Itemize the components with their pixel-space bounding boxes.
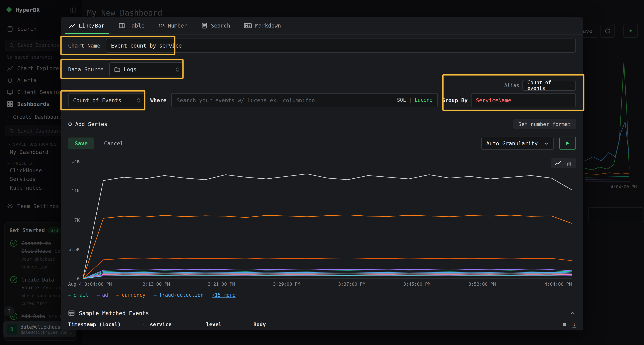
svg-text:0: 0 — [77, 276, 80, 281]
circle-plus-icon: ⊕ — [68, 120, 72, 128]
legend-item-email[interactable]: — email — [68, 292, 88, 298]
chart-legend: — email — ad — currency — fraud-detectio… — [61, 292, 583, 298]
chart-type-tabs: Line/Bar Table 123 Number Search — [61, 17, 583, 34]
series-editor-row: Count of Events Where Search your events… — [61, 80, 583, 107]
markdown-icon — [244, 22, 252, 28]
tab-table[interactable]: Table — [118, 17, 144, 34]
column-separator: ⋮ — [198, 322, 202, 327]
alias-value: Count of events — [527, 79, 571, 91]
line-display-icon[interactable] — [555, 160, 561, 166]
aggregation-select[interactable]: Count of Events — [68, 93, 146, 107]
legend-label: fraud-detection — [159, 292, 204, 298]
table-icon — [118, 22, 125, 28]
chart-display-toggle[interactable] — [551, 158, 576, 168]
chart-name-label: Chart Name — [68, 42, 100, 49]
download-icon[interactable]: ↓ — [572, 322, 576, 328]
tab-label: Search — [211, 22, 230, 28]
number-123-icon: 123 — [158, 23, 164, 28]
svg-text:3:53:00 PM: 3:53:00 PM — [468, 282, 496, 287]
save-chart-button[interactable]: Save — [68, 137, 94, 149]
run-query-button[interactable] — [560, 137, 576, 150]
legend-label: ad — [102, 292, 108, 298]
tab-label: Line/Bar — [79, 22, 105, 28]
chevron-down-icon — [544, 141, 549, 145]
column-timestamp[interactable]: Timestamp (Local) — [68, 322, 137, 328]
svg-text:3:37:00 PM: 3:37:00 PM — [338, 282, 365, 287]
tab-line-bar[interactable]: Line/Bar — [69, 17, 105, 34]
svg-text:7K: 7K — [74, 218, 80, 223]
tab-label: Table — [128, 22, 144, 28]
tab-label: Markdown — [255, 22, 281, 28]
legend-item-currency[interactable]: — currency — [116, 292, 146, 298]
edit-chart-modal: Line/Bar Table 123 Number Search — [61, 17, 583, 330]
legend-label: currency — [122, 292, 146, 298]
preview-chart: 03.5K7K11K14KAug 4 3:04:00 PM3:13:00 PM3… — [61, 157, 583, 288]
document-icon — [201, 22, 208, 28]
tab-label: Number — [168, 22, 187, 28]
legend-item-fraud-detection[interactable]: — fraud-detection — [154, 292, 204, 298]
alias-label: Alias — [504, 82, 519, 88]
alias-input[interactable]: Count of events — [522, 80, 576, 91]
add-series-label: Add Series — [75, 121, 107, 127]
add-series-button[interactable]: ⊕ Add Series — [68, 120, 107, 128]
data-source-value: Logs — [124, 66, 136, 72]
svg-text:3:21:00 PM: 3:21:00 PM — [208, 282, 235, 287]
svg-text:4:04:00 PM: 4:04:00 PM — [544, 282, 572, 287]
svg-text:14K: 14K — [72, 159, 80, 164]
svg-text:3:29:00 PM: 3:29:00 PM — [273, 282, 300, 287]
mode-divider: | — [409, 97, 412, 103]
data-source-select[interactable]: Logs — [109, 62, 184, 76]
where-label: Where — [150, 97, 166, 103]
sql-mode-toggle[interactable]: SQL — [397, 97, 406, 103]
group-by-value: ServiceName — [476, 97, 511, 103]
line-chart: 03.5K7K11K14KAug 4 3:04:00 PM3:13:00 PM3… — [68, 157, 576, 288]
aggregation-value: Count of Events — [73, 97, 122, 103]
legend-more-link[interactable]: +15 more — [212, 292, 236, 298]
legend-item-ad[interactable]: — ad — [96, 292, 108, 298]
events-table-header: Timestamp (Local) ⋮ service ⋮ level ⋮ Bo… — [61, 321, 583, 328]
line-chart-icon — [69, 22, 76, 29]
set-number-format-button[interactable]: Set number format — [514, 119, 576, 129]
granularity-select[interactable]: Auto Granularity — [482, 137, 554, 150]
chevron-up-icon[interactable] — [569, 311, 576, 316]
tab-markdown[interactable]: Markdown — [244, 17, 281, 34]
legend-dash: — — [68, 292, 71, 298]
column-body[interactable]: Body — [254, 322, 559, 328]
play-icon — [565, 141, 570, 146]
granularity-value: Auto Granularity — [486, 140, 538, 146]
legend-label: email — [74, 292, 88, 298]
tab-number[interactable]: 123 Number — [158, 17, 187, 34]
svg-text:3.5K: 3.5K — [69, 247, 80, 252]
group-by-stack: Alias Count of events Group By ServiceNa… — [442, 80, 576, 107]
folder-icon — [114, 66, 120, 72]
updown-chevrons-icon — [137, 97, 140, 103]
table-list-icon — [68, 310, 75, 317]
legend-dash: — — [96, 292, 100, 298]
svg-text:Aug 4 3:04:00 PM: Aug 4 3:04:00 PM — [68, 282, 112, 287]
chart-name-input[interactable]: Event count by service — [106, 39, 576, 52]
sample-events-title: Sample Matched Events — [79, 310, 149, 317]
column-separator: ⋮ — [141, 322, 146, 327]
legend-dash: — — [116, 292, 119, 298]
lucene-mode-toggle[interactable]: Lucene — [415, 97, 432, 103]
column-separator: ⋮ — [245, 322, 249, 327]
cancel-button[interactable]: Cancel — [104, 140, 124, 146]
chart-name-value: Event count by service — [111, 42, 182, 49]
svg-text:3:45:00 PM: 3:45:00 PM — [404, 282, 430, 287]
updown-chevrons-icon — [176, 66, 179, 72]
sample-events-header[interactable]: Sample Matched Events — [61, 304, 583, 321]
column-level[interactable]: level — [206, 322, 241, 328]
where-placeholder: Search your events w/ Lucene ex. column:… — [177, 97, 397, 103]
where-input[interactable]: Search your events w/ Lucene ex. column:… — [172, 93, 438, 107]
svg-text:3:13:00 PM: 3:13:00 PM — [143, 282, 170, 287]
filter-icon[interactable]: ≡ — [563, 322, 566, 328]
group-by-label: Group By — [442, 97, 468, 103]
column-service[interactable]: service — [150, 322, 194, 328]
legend-dash: — — [154, 292, 157, 298]
tab-search[interactable]: Search — [201, 17, 230, 34]
data-source-label: Data Source — [68, 66, 104, 72]
bar-display-icon[interactable] — [566, 160, 572, 166]
app-root: HyperDX Search Saved Searches No saved s… — [0, 0, 644, 345]
svg-text:11K: 11K — [72, 188, 80, 193]
group-by-input[interactable]: ServiceName — [471, 93, 576, 107]
